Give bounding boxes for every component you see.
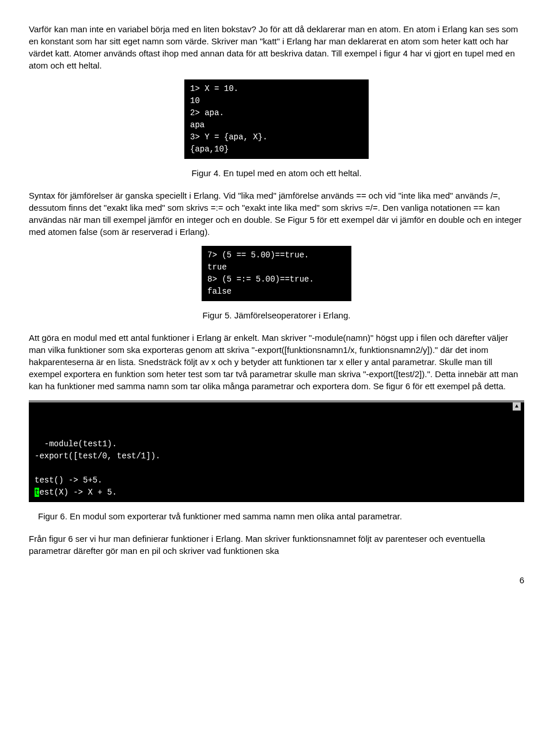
editor-topbar (29, 400, 524, 402)
paragraph-2: Syntax för jämförelser är ganska speciel… (29, 189, 524, 238)
scroll-up-icon: ▲ (513, 402, 521, 411)
caption-figure-5: Figur 5. Jämförelseoperatorer i Erlang. (29, 309, 524, 321)
paragraph-3: Att göra en modul med ett antal funktion… (29, 332, 524, 392)
paragraph-1: Varför kan man inte en variabel börja me… (29, 23, 524, 71)
code-figure-6: ▲-module(test1). -export([test/0, test/1… (29, 400, 524, 502)
page-number: 6 (29, 574, 524, 586)
code-prefix: -module(test1). -export([test/0, test/1]… (35, 439, 160, 485)
code-figure-5: 7> (5 == 5.00)==true. true 8> (5 =:= 5.0… (202, 246, 351, 301)
caption-figure-4: Figur 4. En tupel med en atom och ett he… (29, 167, 524, 179)
caption-figure-6: Figur 6. En modul som exporterar två fun… (38, 510, 524, 522)
code-suffix: est(X) -> X + 5. (39, 488, 116, 497)
paragraph-4: Från figur 6 ser vi hur man definierar f… (29, 533, 524, 557)
code-figure-4: 1> X = 10. 10 2> apa. apa 3> Y = {apa, X… (184, 79, 369, 159)
